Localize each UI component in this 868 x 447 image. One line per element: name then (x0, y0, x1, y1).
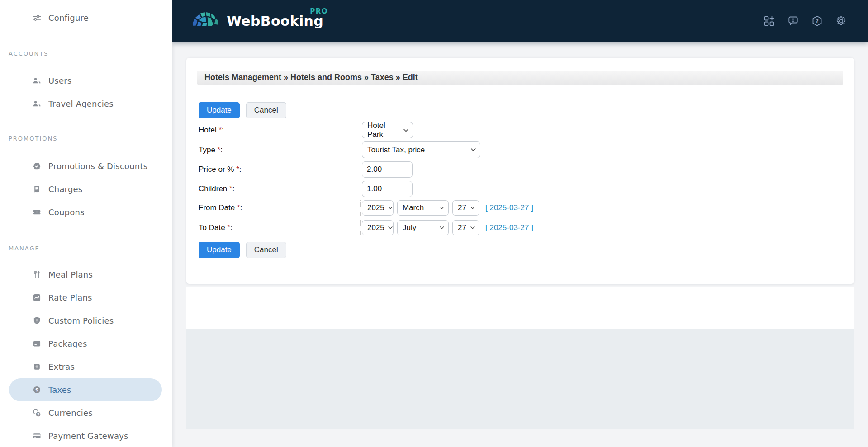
sidebar-item-meal-plans[interactable]: Meal Plans (0, 263, 172, 286)
sidebar-item-taxes[interactable]: $ Taxes (9, 378, 162, 401)
hotel-select[interactable]: Hotel Park (362, 122, 413, 138)
to-date-label: To Date *: (199, 223, 362, 232)
footer-gray-block (186, 329, 854, 429)
action-buttons-bottom: Update Cancel (199, 242, 843, 258)
required-mark: * (215, 146, 220, 154)
price-label: Price or % *: (199, 165, 362, 174)
edit-tax-card: Hotels Management » Hotels and Rooms » T… (186, 58, 854, 284)
chevron-down-icon (440, 226, 444, 229)
sidebar-item-label: Promotions & Discounts (48, 161, 147, 171)
sidebar-section-accounts: ACCOUNTS (9, 49, 172, 58)
sidebar-section-promotions: PROMOTIONS (9, 134, 172, 143)
svg-text:$: $ (37, 412, 39, 416)
main-content: Hotels Management » Hotels and Rooms » T… (172, 42, 868, 447)
svg-text:$: $ (35, 387, 38, 392)
sidebar-item-custom-policies[interactable]: Custom Policies (0, 309, 172, 332)
to-month-select[interactable]: July (397, 220, 449, 235)
chevron-down-icon (388, 226, 393, 229)
cancel-button[interactable]: Cancel (246, 242, 286, 258)
type-label: Type *: (199, 146, 362, 155)
sidebar-item-label: Currencies (48, 408, 93, 418)
chevron-down-icon (470, 207, 475, 209)
to-year-select[interactable]: 2025 (362, 220, 394, 235)
type-select[interactable]: Tourist Tax, price (362, 141, 480, 158)
children-row: Children *: (199, 181, 843, 197)
coins-icon: $ (32, 408, 42, 418)
from-month-select[interactable]: March (397, 200, 449, 216)
sliders-icon (32, 13, 42, 23)
sidebar-item-users[interactable]: Users (0, 69, 172, 92)
sidebar-item-travel-agencies[interactable]: Travel Agencies (0, 92, 172, 115)
from-year-select[interactable]: 2025 (362, 200, 394, 216)
chevron-down-icon (388, 207, 393, 209)
price-row: Price or % *: (199, 161, 843, 178)
sidebar-item-promotions-discounts[interactable]: Promotions & Discounts (0, 155, 172, 178)
sidebar-item-charges[interactable]: Charges (0, 178, 172, 201)
sidebar-item-payment-gateways[interactable]: Payment Gateways (0, 424, 172, 447)
update-button[interactable]: Update (199, 242, 240, 258)
sidebar-item-label: Coupons (48, 207, 85, 217)
required-mark: * (235, 203, 240, 212)
chevron-down-icon (403, 129, 408, 132)
to-date-picker-link[interactable]: [ 2025-03-27 ] (485, 223, 533, 232)
settings-gear-icon[interactable] (835, 15, 847, 27)
page: Configure ACCOUNTS Users (0, 0, 868, 447)
sidebar-item-label: Extras (48, 362, 75, 372)
sidebar-item-label: Packages (48, 339, 87, 348)
required-mark: * (227, 184, 232, 193)
header-actions: ? (763, 15, 868, 27)
update-button[interactable]: Update (199, 102, 240, 118)
brand-name: WebBooking PRO (227, 13, 323, 29)
sidebar-divider (0, 230, 172, 230)
sidebar-item-rate-plans[interactable]: Rate Plans (0, 286, 172, 309)
cutlery-icon (32, 270, 42, 280)
sidebar-item-coupons[interactable]: Coupons (0, 201, 172, 224)
from-date-picker-link[interactable]: [ 2025-03-27 ] (485, 203, 533, 212)
users-icon (32, 99, 42, 109)
chevron-down-icon (440, 207, 444, 209)
help-icon[interactable]: ? (811, 15, 823, 27)
sidebar-item-currencies[interactable]: $ Currencies (0, 401, 172, 424)
sidebar-item-label: Travel Agencies (48, 99, 114, 108)
sidebar-item-label: Charges (48, 184, 82, 194)
apps-add-icon[interactable] (763, 15, 775, 27)
breadcrumb-text: Hotels Management » Hotels and Rooms » T… (204, 73, 418, 82)
dollar-coin-icon: $ (32, 385, 42, 395)
children-label: Children *: (199, 184, 362, 193)
sidebar-item-configure[interactable]: Configure (0, 6, 172, 29)
sidebar-item-label: Users (48, 76, 71, 85)
sidebar-item-packages[interactable]: Packages (0, 332, 172, 355)
cancel-button[interactable]: Cancel (246, 102, 286, 118)
hotel-row: Hotel *: Hotel Park (199, 122, 843, 138)
action-buttons-top: Update Cancel (199, 102, 843, 118)
top-header: WebBooking PRO (172, 0, 868, 42)
shield-icon (32, 316, 42, 326)
sidebar-item-extras[interactable]: Extras (0, 355, 172, 378)
to-day-select[interactable]: 27 (452, 220, 479, 235)
children-input[interactable] (362, 181, 413, 197)
chevron-down-icon (470, 226, 475, 229)
feedback-icon[interactable] (787, 15, 799, 27)
from-date-row: From Date *: 2025 March 27 [ 20 (199, 200, 843, 216)
credit-card-icon (32, 431, 42, 441)
from-date-label: From Date *: (199, 203, 362, 212)
price-input[interactable] (362, 161, 413, 178)
type-row: Type *: Tourist Tax, price (199, 141, 843, 158)
ticket-icon (32, 207, 42, 217)
sidebar: Configure ACCOUNTS Users (0, 0, 172, 447)
brand-logo: WebBooking PRO (172, 11, 323, 31)
hotel-label: Hotel *: (199, 126, 362, 135)
receipt-icon (32, 184, 42, 194)
sidebar-item-label: Taxes (48, 385, 71, 395)
users-icon (32, 76, 42, 86)
sidebar-divider (0, 37, 172, 37)
brand-pro-badge: PRO (310, 7, 328, 15)
sidebar-item-label: Meal Plans (48, 270, 93, 279)
svg-text:?: ? (816, 18, 819, 24)
sidebar-section-manage: MANAGE (9, 244, 172, 253)
sidebar-item-label: Configure (48, 13, 89, 23)
from-day-select[interactable]: 27 (452, 200, 479, 216)
breadcrumb[interactable]: Hotels Management » Hotels and Rooms » T… (197, 71, 843, 85)
required-mark: * (234, 165, 239, 174)
cloud-logo-icon (191, 11, 221, 31)
